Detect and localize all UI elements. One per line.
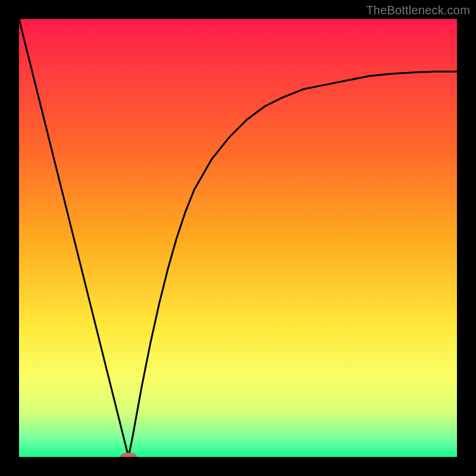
bottleneck-chart [19,19,457,457]
watermark-label: TheBottleneck.com [366,4,470,17]
chart-frame [19,19,457,457]
gradient-background [19,19,457,457]
